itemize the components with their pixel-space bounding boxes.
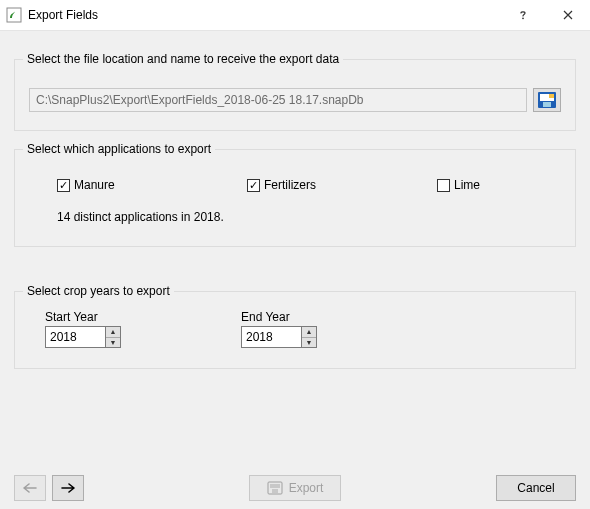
svg-rect-4 (543, 102, 551, 107)
cancel-button[interactable]: Cancel (496, 475, 576, 501)
export-button-label: Export (289, 481, 324, 495)
close-icon (563, 10, 573, 20)
start-year-spinner[interactable]: ▲ ▼ (45, 326, 121, 348)
export-path-field (29, 88, 527, 112)
applications-group: Select which applications to export Manu… (14, 149, 576, 247)
arrow-right-icon (61, 483, 75, 493)
export-icon (267, 481, 283, 495)
button-bar: Export Cancel (8, 469, 582, 501)
start-year-input[interactable] (45, 326, 105, 348)
start-year-label: Start Year (45, 310, 121, 324)
svg-rect-8 (272, 489, 278, 493)
help-icon (518, 10, 528, 20)
browse-button[interactable] (533, 88, 561, 112)
end-year-up[interactable]: ▲ (302, 327, 316, 338)
end-year-down[interactable]: ▼ (302, 338, 316, 348)
forward-button[interactable] (52, 475, 84, 501)
start-year-up[interactable]: ▲ (106, 327, 120, 338)
svg-rect-5 (549, 94, 554, 98)
save-file-icon (537, 91, 557, 109)
arrow-left-icon (23, 483, 37, 493)
titlebar: Export Fields (0, 0, 590, 31)
svg-point-1 (522, 17, 524, 19)
cancel-button-label: Cancel (517, 481, 554, 495)
checkbox-label: Manure (74, 178, 115, 192)
app-icon (6, 7, 22, 23)
back-button (14, 475, 46, 501)
checkbox-manure[interactable]: Manure (57, 178, 177, 192)
window-title: Export Fields (28, 8, 98, 22)
svg-rect-7 (270, 484, 280, 488)
applications-status: 14 distinct applications in 2018. (29, 192, 561, 224)
crop-years-legend: Select crop years to export (23, 284, 174, 298)
checkbox-label: Lime (454, 178, 480, 192)
export-button: Export (249, 475, 341, 501)
close-button[interactable] (545, 0, 590, 30)
checkbox-label: Fertilizers (264, 178, 316, 192)
checkbox-icon (247, 179, 260, 192)
svg-rect-0 (7, 8, 21, 22)
file-location-legend: Select the file location and name to rec… (23, 52, 343, 66)
checkbox-fertilizers[interactable]: Fertilizers (247, 178, 367, 192)
end-year-label: End Year (241, 310, 317, 324)
start-year-down[interactable]: ▼ (106, 338, 120, 348)
dialog-body: Select the file location and name to rec… (0, 31, 590, 509)
checkbox-lime[interactable]: Lime (437, 178, 557, 192)
checkbox-icon (437, 179, 450, 192)
end-year-spinner[interactable]: ▲ ▼ (241, 326, 317, 348)
end-year-input[interactable] (241, 326, 301, 348)
applications-legend: Select which applications to export (23, 142, 215, 156)
help-button[interactable] (500, 0, 545, 30)
file-location-group: Select the file location and name to rec… (14, 59, 576, 131)
crop-years-group: Select crop years to export Start Year ▲… (14, 291, 576, 369)
checkbox-icon (57, 179, 70, 192)
export-fields-dialog: Export Fields Select the file location a… (0, 0, 590, 509)
